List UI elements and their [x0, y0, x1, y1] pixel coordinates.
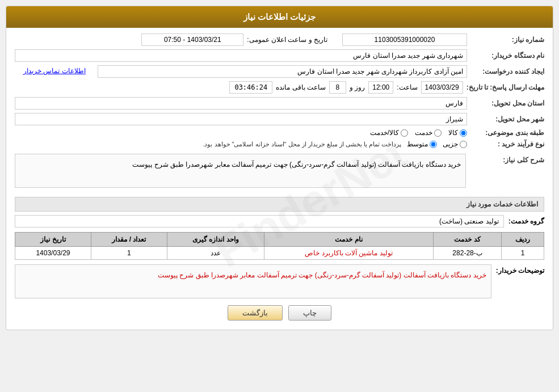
buyer-name-value: شهرداری شهر جدید صدرا استان فارس — [15, 49, 467, 62]
buyer-description-content: خرید دستگاه بازیافت آسفالت (تولید آسفالت… — [15, 264, 491, 298]
process-motavaset-label: متوسط — [407, 140, 428, 148]
deadline-remaining-label: ساعت باقی مانده — [276, 83, 326, 91]
deadline-date: 1403/03/29 — [421, 81, 463, 94]
deadline-days: 8 — [329, 81, 346, 94]
col-unit: واحد اندازه گیری — [167, 233, 264, 247]
category-label: طبقه بندی موضوعی: — [470, 129, 544, 137]
cell-service-code: ب-28-282 — [433, 247, 502, 260]
category-option-kala-khedmat[interactable]: کالا/خدمت — [370, 129, 408, 137]
group-service-label: گروه خدمت: — [508, 217, 544, 225]
col-service-code: کد خدمت — [433, 233, 502, 247]
general-description-content: خرید دستگاه بازیافت آسفالت (تولید آسفالت… — [15, 154, 466, 188]
creator-link[interactable]: اطلاعات تماس خریدار — [15, 65, 94, 78]
col-need-date: تاریخ نیاز — [15, 233, 91, 247]
creator-value: امین آزادی کاربرداز شهرداری شهر جدید صدر… — [98, 65, 467, 78]
city-label: شهر محل تحویل: — [470, 115, 544, 123]
page-header: جزئیات اطلاعات نیاز — [6, 6, 553, 28]
deadline-label: مهلت ارسال پاسخ: تا تاریخ: — [466, 83, 544, 91]
cell-row-number: 1 — [502, 247, 544, 260]
button-row: چاپ بازگشت — [15, 305, 544, 321]
category-radio-kala-khedmat[interactable] — [401, 129, 408, 137]
buyer-name-label: نام دستگاه خریدار: — [470, 52, 544, 60]
announce-value: 1403/03/21 - 07:50 — [141, 33, 243, 46]
process-option-motavaset[interactable]: متوسط — [407, 140, 437, 148]
deadline-time: 12:00 — [368, 81, 393, 94]
process-type-group: جزیی متوسط پرداخت تمام یا بخشی از مبلغ خ… — [15, 140, 467, 148]
cell-service-name: تولید ماشین آلات باکاربرد خاص — [264, 247, 434, 260]
back-button[interactable]: بازگشت — [228, 305, 283, 321]
deadline-time-label: ساعت: — [397, 83, 417, 91]
process-radio-jozi[interactable] — [460, 141, 467, 148]
category-radio-khedmat[interactable] — [434, 129, 442, 137]
deadline-remaining-time: 03:46:24 — [229, 81, 272, 94]
buyer-desc-label: توضیحات خریدار: — [496, 264, 544, 275]
cell-unit: عدد — [167, 247, 264, 260]
col-service-name: نام خدمت — [264, 233, 434, 247]
province-label: استان محل تحویل: — [470, 99, 544, 107]
services-table: ردیف کد خدمت نام خدمت واحد اندازه گیری ت… — [15, 232, 544, 260]
category-radio-kala[interactable] — [460, 129, 467, 137]
page-title: جزئیات اطلاعات نیاز — [243, 12, 316, 22]
process-label: نوع فرآیند خرید : — [470, 140, 544, 148]
col-row-number: ردیف — [502, 233, 544, 247]
category-option-khedmat[interactable]: خدمت — [415, 129, 442, 137]
table-row: 1 ب-28-282 تولید ماشین آلات باکاربرد خاص… — [15, 247, 544, 260]
process-note: پرداخت تمام یا بخشی از مبلغ خریدار از مح… — [15, 141, 401, 148]
process-jozi-label: جزیی — [443, 140, 458, 148]
city-value: شیراز — [15, 113, 467, 125]
category-radio-group: کالا خدمت کالا/خدمت — [370, 129, 467, 137]
process-radio-motavaset[interactable] — [430, 141, 437, 148]
general-desc-label: شرح کلی نیاز: — [470, 154, 544, 164]
announce-label: تاریخ و ساعت اعلان عمومی: — [247, 36, 327, 44]
group-service-value: تولید صنعتی (ساخت) — [15, 215, 504, 227]
cell-need-date: 1403/03/29 — [15, 247, 91, 260]
process-option-jozi[interactable]: جزیی — [443, 140, 467, 148]
creator-label: ایجاد کننده درخواست: — [470, 68, 544, 75]
deadline-day-label: روز و — [350, 83, 365, 91]
need-number-label: شماره نیاز: — [470, 36, 544, 44]
cell-quantity: 1 — [91, 247, 167, 260]
category-kala-khedmat-label: کالا/خدمت — [370, 129, 399, 137]
category-kala-label: کالا — [448, 129, 458, 137]
province-value: فارس — [15, 97, 467, 109]
services-section-title: اطلاعات خدمات مورد نیاز — [15, 197, 544, 212]
category-option-kala[interactable]: کالا — [448, 129, 467, 137]
print-button[interactable]: چاپ — [288, 305, 331, 321]
need-number-value: 1103005391000020 — [342, 33, 467, 46]
category-khedmat-label: خدمت — [415, 129, 432, 137]
col-quantity: تعداد / مقدار — [91, 233, 167, 247]
